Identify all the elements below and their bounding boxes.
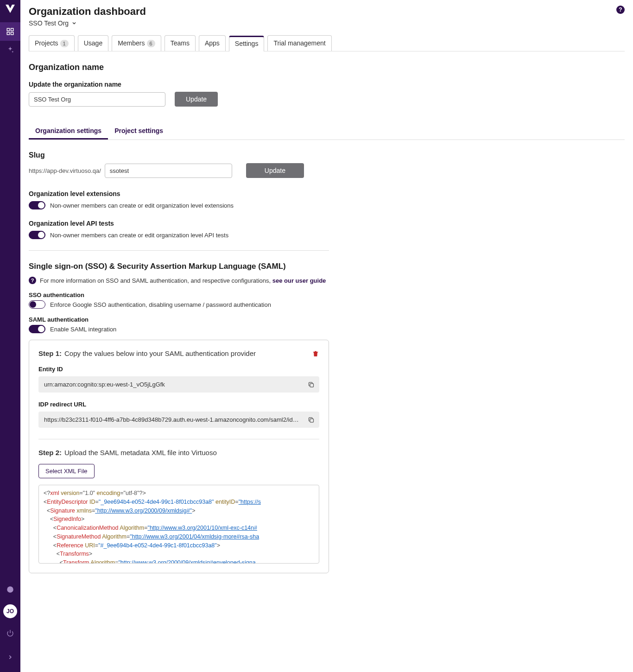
idp-value: https://b23c2311-f010-4ff6-a7bb-4c89d348… [38, 412, 319, 428]
svg-rect-8 [310, 418, 314, 422]
chat-icon[interactable] [0, 580, 20, 599]
slug-input[interactable] [105, 164, 232, 178]
tab-settings[interactable]: Settings [229, 36, 265, 51]
idp-label: IDP redirect URL [38, 401, 319, 408]
sidebar: JO [0, 0, 20, 672]
user-guide-link[interactable]: see our user guide [272, 277, 326, 284]
svg-rect-3 [11, 32, 13, 35]
update-slug-button[interactable]: Update [246, 163, 304, 178]
api-label: Non-owner members can create or edit org… [50, 232, 228, 239]
svg-rect-6 [313, 352, 318, 352]
org-name-heading: Organization name [29, 63, 329, 72]
tabs: Projects1 Usage Members6 Teams Apps Sett… [29, 35, 625, 51]
sso-auth-label: Enforce Google SSO authentication, disab… [50, 301, 271, 308]
divider [29, 250, 329, 251]
tab-usage[interactable]: Usage [78, 35, 108, 51]
org-name: SSO Test Org [29, 19, 69, 27]
help-icon[interactable]: ? [616, 6, 625, 14]
saml-auth-toggle[interactable] [29, 325, 45, 333]
slug-heading: Slug [29, 151, 329, 159]
ext-label: Non-owner members can create or edit org… [50, 202, 234, 209]
api-heading: Organization level API tests [29, 220, 329, 227]
subtab-org-settings[interactable]: Organization settings [29, 123, 108, 139]
tab-trial-management[interactable]: Trial management [267, 35, 331, 51]
sidebar-item-magic[interactable] [0, 41, 20, 59]
tab-badge: 6 [147, 40, 155, 47]
tab-projects[interactable]: Projects1 [29, 35, 75, 51]
slug-prefix: https://app-dev.virtuoso.qa/ [29, 167, 101, 174]
svg-point-4 [7, 586, 13, 593]
saml-auth-heading: SAML authentication [29, 316, 329, 323]
tab-apps[interactable]: Apps [199, 35, 226, 51]
page-title: Organization dashboard [29, 6, 146, 18]
entity-id-value: urn:amazon:cognito:sp:eu-west-1_vO5jLgGf… [38, 376, 319, 393]
avatar[interactable]: JO [3, 604, 17, 618]
svg-rect-2 [7, 32, 9, 35]
sso-info-text: For more information on SSO and SAML aut… [40, 277, 326, 284]
select-xml-file-button[interactable]: Select XML File [38, 464, 95, 478]
org-name-label: Update the organization name [29, 81, 329, 88]
ext-toggle[interactable] [29, 201, 45, 209]
saml-auth-label: Enable SAML integration [50, 326, 116, 333]
logo-icon[interactable] [6, 5, 15, 13]
svg-rect-0 [7, 28, 9, 31]
update-org-name-button[interactable]: Update [175, 92, 218, 107]
sso-auth-heading: SSO authentication [29, 292, 329, 298]
step1-title: Step 1:Copy the values below into your S… [38, 349, 256, 357]
chevron-right-icon[interactable] [0, 648, 20, 666]
tab-teams[interactable]: Teams [165, 35, 196, 51]
power-icon[interactable] [0, 624, 20, 642]
api-toggle[interactable] [29, 231, 45, 239]
svg-rect-7 [310, 383, 314, 387]
delete-saml-button[interactable] [312, 350, 319, 357]
org-name-input[interactable] [29, 92, 165, 107]
chevron-down-icon [71, 20, 77, 26]
tab-members[interactable]: Members6 [112, 35, 161, 51]
sidebar-item-dashboard[interactable] [0, 22, 20, 41]
divider [38, 439, 319, 439]
saml-panel: Step 1:Copy the values below into your S… [29, 340, 329, 573]
copy-icon[interactable] [308, 416, 315, 423]
step2-title: Step 2:Upload the SAML metadata XML file… [38, 449, 319, 456]
saml-xml-preview: <?xml version="1.0" encoding="utf-8"?> <… [38, 485, 319, 564]
svg-rect-1 [11, 28, 13, 31]
sso-heading: Single sign-on (SSO) & Security Assertio… [29, 262, 329, 271]
ext-heading: Organization level extensions [29, 190, 329, 197]
org-switcher[interactable]: SSO Test Org [29, 19, 146, 27]
help-icon[interactable]: ? [29, 277, 36, 284]
copy-icon[interactable] [308, 381, 315, 388]
tab-badge: 1 [60, 40, 69, 47]
entity-id-label: Entity ID [38, 366, 319, 373]
subtab-project-settings[interactable]: Project settings [108, 123, 170, 139]
subtabs: Organization settings Project settings [29, 123, 625, 140]
sso-auth-toggle[interactable] [29, 300, 45, 309]
